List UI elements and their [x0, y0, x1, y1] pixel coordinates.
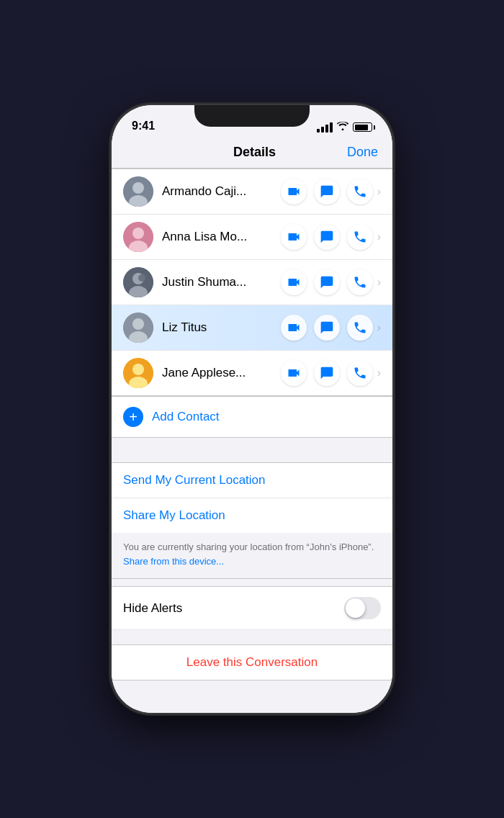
contact-name: Justin Shuma... — [162, 275, 281, 289]
nav-bar: Details Done — [112, 137, 392, 168]
video-call-button[interactable] — [281, 269, 307, 295]
avatar — [123, 267, 153, 297]
phone-body: 9:41 Detai — [112, 105, 392, 713]
message-button[interactable] — [314, 179, 340, 204]
svg-point-11 — [132, 318, 144, 330]
action-buttons — [281, 315, 373, 341]
share-my-location-button[interactable]: Share My Location — [123, 508, 225, 522]
svg-point-4 — [132, 228, 144, 239]
leave-conversation-label[interactable]: Leave this Conversation — [186, 655, 318, 670]
contact-name: Jane Applese... — [162, 366, 281, 380]
action-buttons — [281, 179, 373, 204]
contact-row[interactable]: Armando Caji... › — [112, 169, 392, 215]
phone-frame: 9:41 Detai — [0, 0, 504, 818]
chevron-icon: › — [377, 230, 381, 243]
phone-button[interactable] — [347, 269, 373, 295]
status-time: 9:41 — [132, 120, 155, 134]
contact-row[interactable]: Jane Applese... › — [112, 351, 392, 395]
contact-row[interactable]: Liz Titus › — [112, 305, 392, 351]
chevron-icon: › — [377, 321, 381, 334]
contact-row[interactable]: Anna Lisa Mo... › — [112, 215, 392, 260]
battery-icon — [353, 122, 372, 132]
action-buttons — [281, 269, 373, 295]
message-button[interactable] — [314, 315, 340, 341]
location-info: You are currently sharing your location … — [112, 533, 392, 579]
section-gap-sm — [112, 579, 392, 586]
chevron-icon: › — [377, 185, 381, 198]
message-button[interactable] — [314, 269, 340, 295]
action-buttons — [281, 224, 373, 250]
leave-conversation-section: Leave this Conversation — [112, 644, 392, 680]
chevron-icon: › — [377, 276, 381, 289]
add-contact-label: Add Contact — [152, 410, 220, 424]
section-gap — [112, 438, 392, 462]
add-icon: + — [123, 407, 143, 427]
phone-button[interactable] — [347, 360, 373, 386]
send-current-location-button[interactable]: Send My Current Location — [123, 473, 266, 487]
hide-alerts-label: Hide Alerts — [123, 601, 182, 616]
contact-row[interactable]: Justin Shuma... › — [112, 260, 392, 305]
video-call-button[interactable] — [281, 224, 307, 250]
add-contact-row[interactable]: + Add Contact — [112, 396, 392, 438]
contact-name: Liz Titus — [162, 320, 281, 335]
avatar — [123, 176, 153, 207]
avatar — [123, 222, 153, 252]
svg-point-14 — [132, 364, 144, 375]
signal-bars-icon — [317, 122, 333, 132]
share-location-row[interactable]: Share My Location — [112, 498, 392, 533]
send-location-row[interactable]: Send My Current Location — [112, 463, 392, 498]
share-from-device-link[interactable]: Share from this device... — [123, 556, 224, 567]
screen: 9:41 Detai — [112, 105, 392, 713]
svg-point-9 — [138, 274, 145, 282]
toggle-thumb — [346, 598, 365, 618]
done-button[interactable]: Done — [347, 145, 378, 160]
action-buttons — [281, 360, 373, 386]
hide-alerts-toggle[interactable] — [344, 597, 381, 619]
message-button[interactable] — [314, 224, 340, 250]
location-info-text: You are currently sharing your location … — [123, 541, 374, 567]
avatar — [123, 358, 153, 388]
nav-title: Details — [233, 145, 276, 160]
notch — [194, 105, 310, 127]
location-section: Send My Current Location Share My Locati… — [112, 462, 392, 533]
content-area: Armando Caji... › — [112, 168, 392, 713]
message-button[interactable] — [314, 360, 340, 386]
section-gap-sm-2 — [112, 630, 392, 637]
video-call-button[interactable] — [281, 179, 307, 204]
video-call-button[interactable] — [281, 315, 307, 341]
phone-button[interactable] — [347, 315, 373, 341]
video-call-button[interactable] — [281, 360, 307, 386]
contact-name: Armando Caji... — [162, 184, 281, 199]
hide-alerts-row: Hide Alerts — [112, 587, 392, 630]
avatar — [123, 313, 153, 343]
contacts-section: Armando Caji... › — [112, 168, 392, 396]
contact-name: Anna Lisa Mo... — [162, 230, 281, 244]
status-icons — [317, 122, 372, 134]
wifi-icon — [337, 122, 348, 132]
phone-button[interactable] — [347, 179, 373, 204]
svg-point-1 — [132, 182, 144, 194]
alerts-section: Hide Alerts — [112, 586, 392, 630]
phone-button[interactable] — [347, 224, 373, 250]
leave-conversation-row[interactable]: Leave this Conversation — [112, 645, 392, 680]
chevron-icon: › — [377, 367, 381, 379]
